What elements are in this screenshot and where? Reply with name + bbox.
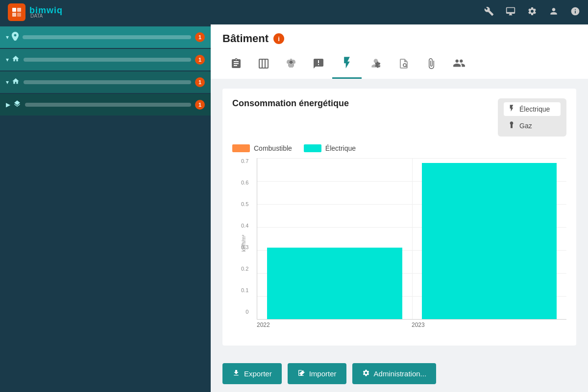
export-label: Exporter <box>244 369 272 378</box>
energy-section: Consommation énergétique Électrique <box>222 89 576 346</box>
export-button[interactable]: Exporter <box>222 363 282 384</box>
y-label-01: 0.1 <box>241 287 248 293</box>
tab-alert[interactable] <box>305 53 332 79</box>
layers-icon <box>13 100 21 110</box>
tab-users[interactable] <box>445 52 473 79</box>
sidebar-bar-3 <box>24 80 191 84</box>
filter-gaz[interactable]: Gaz <box>504 119 561 133</box>
tab-robotic[interactable] <box>277 53 305 79</box>
filter-electrique-label: Électrique <box>519 105 550 113</box>
logo-icon <box>8 3 25 21</box>
logo-data: DATA <box>30 13 63 19</box>
admin-button[interactable]: Administration... <box>352 363 437 384</box>
sidebar-item-1[interactable]: ▾ 1 <box>0 26 211 48</box>
y-label-02: 0.2 <box>241 266 248 272</box>
y-labels: 0.7 0.6 0.5 0.4 0.3 0.2 0.1 0 <box>241 158 248 315</box>
energy-header: Consommation énergétique Électrique <box>232 98 566 137</box>
svg-rect-0 <box>12 8 16 12</box>
filter-gaz-label: Gaz <box>519 122 532 130</box>
bar-group-2023 <box>412 158 567 319</box>
tab-expand[interactable] <box>250 53 277 79</box>
admin-icon <box>362 369 370 378</box>
y-label-05: 0.5 <box>241 201 248 207</box>
sidebar-badge-4: 1 <box>195 100 205 110</box>
y-label-06: 0.6 <box>241 180 248 185</box>
energy-filter: Électrique Gaz <box>498 98 566 137</box>
expand-icon-1: ▾ <box>6 34 9 41</box>
sidebar-bar-2 <box>24 58 191 62</box>
y-label-04: 0.4 <box>241 223 248 229</box>
chart-bars <box>257 158 566 319</box>
tab-energy[interactable] <box>332 51 362 79</box>
svg-line-8 <box>406 66 407 67</box>
chart-wrapper: kWh/m² 0.7 0.6 0.5 0.4 0.3 0.2 0.1 0 <box>257 158 566 328</box>
building-icon-3 <box>12 77 20 87</box>
x-labels: 2022 2023 <box>257 322 566 328</box>
info-badge[interactable]: i <box>273 33 284 44</box>
tab-people-settings[interactable] <box>362 52 390 79</box>
location-icon <box>12 32 19 43</box>
sidebar-bar-1 <box>23 35 191 39</box>
bar-group-2022 <box>257 158 412 319</box>
content-header: Bâtiment i <box>211 24 588 79</box>
main-layout: ▾ 1 ▾ 1 ▾ 1 ▶ <box>0 24 588 392</box>
page-title: Bâtiment <box>222 32 269 45</box>
import-label: Importer <box>309 369 337 378</box>
svg-rect-3 <box>17 13 21 17</box>
bottom-toolbar: Exporter Importer Administration... <box>211 355 588 392</box>
chart-area <box>257 158 566 320</box>
import-icon <box>297 369 305 378</box>
sidebar-item-3[interactable]: ▾ 1 <box>0 71 211 93</box>
svg-rect-4 <box>259 59 268 68</box>
expand-icon-4: ▶ <box>6 101 10 108</box>
tab-search-doc[interactable] <box>390 53 417 79</box>
energy-title: Consommation énergétique <box>232 98 349 109</box>
sidebar-badge-3: 1 <box>195 77 205 87</box>
y-label-07: 0.7 <box>241 158 248 164</box>
sidebar-badge-1: 1 <box>195 32 205 42</box>
building-icon-2 <box>12 55 20 65</box>
legend-combustible-label: Combustible <box>254 144 292 152</box>
nav-icons <box>484 6 580 19</box>
y-label-03: 0.3 <box>241 244 248 250</box>
monitor-icon[interactable] <box>506 6 515 19</box>
content-title: Bâtiment i <box>222 32 576 45</box>
info-icon[interactable] <box>570 6 580 19</box>
legend-electrique: Électrique <box>304 144 356 152</box>
wrench-icon[interactable] <box>484 6 494 19</box>
sidebar: ▾ 1 ▾ 1 ▾ 1 ▶ <box>0 24 211 392</box>
x-label-2023: 2023 <box>412 322 566 328</box>
lightning-filter-icon <box>508 104 515 114</box>
tab-clipboard[interactable] <box>222 53 250 79</box>
x-label-2022: 2022 <box>257 322 412 328</box>
content-area: Bâtiment i <box>211 24 588 392</box>
sidebar-bar-4 <box>25 103 191 107</box>
sidebar-item-2[interactable]: ▾ 1 <box>0 49 211 70</box>
sidebar-badge-2: 1 <box>195 55 205 65</box>
tab-paperclip[interactable] <box>417 53 445 79</box>
gear-icon[interactable] <box>527 6 537 19</box>
content-body: Consommation énergétique Électrique <box>211 79 588 355</box>
sidebar-item-4[interactable]: ▶ 1 <box>0 94 211 115</box>
admin-label: Administration... <box>374 369 427 378</box>
bar-2022 <box>267 248 402 319</box>
svg-rect-2 <box>12 13 16 17</box>
import-button[interactable]: Importer <box>288 363 346 384</box>
legend-electrique-label: Électrique <box>325 144 356 152</box>
user-icon[interactable] <box>549 6 559 19</box>
tab-bar <box>222 51 576 79</box>
expand-icon-3: ▾ <box>6 79 9 86</box>
expand-icon-2: ▾ <box>6 56 9 63</box>
export-icon <box>232 369 240 378</box>
bar-2023 <box>422 163 557 319</box>
chart-legend: Combustible Électrique <box>232 144 566 152</box>
top-navigation: bimwiq DATA <box>0 0 588 24</box>
svg-rect-1 <box>17 8 21 12</box>
gaz-filter-icon <box>508 121 515 131</box>
logo-area: bimwiq DATA <box>8 3 63 21</box>
legend-combustible: Combustible <box>232 144 292 152</box>
legend-combustible-color <box>232 144 250 152</box>
filter-electrique[interactable]: Électrique <box>504 102 561 116</box>
legend-electrique-color <box>304 144 321 152</box>
y-label-00: 0 <box>245 309 248 315</box>
